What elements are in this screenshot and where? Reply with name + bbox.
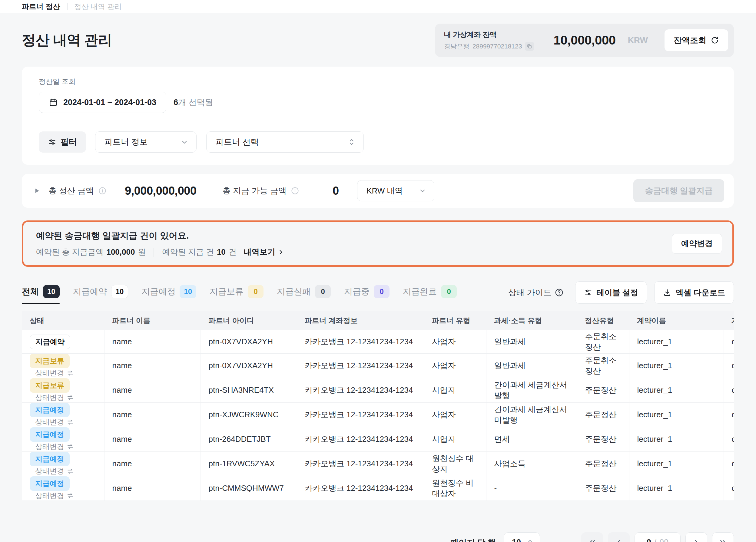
tab-payment-in-progress-count: 0	[374, 285, 390, 298]
status-change-button[interactable]: 상태변경	[35, 491, 74, 501]
table-header-row: 상태 파트너 이름 파트너 아이디 파트너 계좌정보 파트너 유형 과세·소득 …	[22, 311, 734, 330]
last-page-button[interactable]	[712, 532, 734, 542]
chevron-down-icon	[419, 187, 426, 194]
status-change-button[interactable]: 상태변경	[35, 417, 74, 427]
page-number-input[interactable]: 9 / 99	[635, 532, 681, 542]
cell-partner-account: 카카오뱅크 12-12341234-1234	[297, 330, 424, 353]
filter-button[interactable]: 필터	[39, 131, 86, 153]
tab-payment-hold[interactable]: 지급보류 0	[210, 285, 264, 304]
breadcrumb: 파트너 정산 정산 내역 관리	[0, 0, 756, 13]
view-details-link[interactable]: 내역보기	[244, 247, 284, 257]
status-guide-link[interactable]: 상태 가이드	[508, 287, 564, 298]
status-change-button[interactable]: 상태변경	[35, 393, 74, 402]
chevrons-right-icon	[719, 538, 727, 542]
swap-icon	[67, 492, 74, 499]
info-icon[interactable]	[291, 187, 299, 195]
status-change-button[interactable]: 상태변경	[35, 442, 74, 451]
virtual-account-balance-card: 내 가상계좌 잔액 경남은행 28999770218123 10,000,000…	[435, 24, 734, 57]
summary-divider	[209, 184, 209, 197]
tab-all[interactable]: 전체 10	[22, 285, 60, 304]
rows-per-page-label: 페이지 당 행	[450, 537, 496, 542]
table-settings-button[interactable]: 테이블 설정	[575, 281, 647, 304]
rows-per-page-value: 10	[512, 538, 521, 542]
status-change-button[interactable]: 상태변경	[35, 466, 74, 476]
balance-refresh-label: 잔액조회	[674, 35, 706, 46]
excel-download-button[interactable]: 엑셀 다운로드	[654, 281, 734, 304]
cell-contract-id: ctr-M	[724, 476, 734, 501]
first-page-button[interactable]	[581, 532, 603, 542]
cell-partner-name: name	[104, 427, 201, 451]
copy-account-button[interactable]	[525, 42, 534, 51]
cell-contract-name: lecturer_1	[629, 451, 724, 476]
cell-partner-name: name	[104, 353, 201, 378]
date-range-picker[interactable]: 2024-01-01 ~ 2024-01-03	[39, 92, 166, 113]
rows-per-page-select[interactable]: 10	[504, 532, 540, 542]
tab-payment-scheduled-count: 10	[180, 285, 196, 298]
cell-partner-name: name	[104, 330, 201, 353]
cell-partner-id: ptn-SHA3NRE4TX	[201, 378, 297, 402]
cell-contract-id: ctr-Z	[724, 427, 734, 451]
cell-partner-name: name	[104, 378, 201, 402]
selector-icon	[526, 539, 534, 542]
view-details-label: 내역보기	[244, 247, 275, 257]
bulk-transfer-button[interactable]: 송금대행 일괄지급	[633, 179, 724, 202]
tab-payment-complete[interactable]: 지급완료 0	[403, 285, 457, 304]
status-guide-label: 상태 가이드	[508, 287, 552, 298]
cell-partner-id: ptn-CMMSQHMWW7	[201, 476, 297, 501]
previous-page-button[interactable]	[608, 532, 630, 542]
expand-caret-icon[interactable]	[33, 187, 41, 195]
tab-payment-reserved[interactable]: 지급예약 10	[73, 285, 128, 304]
tab-payment-scheduled[interactable]: 지급예정 10	[141, 285, 196, 304]
partner-info-dropdown[interactable]: 파트너 정보	[95, 131, 197, 153]
sliders-icon	[584, 288, 592, 297]
excel-download-label: 엑셀 다운로드	[676, 287, 725, 298]
status-change-label: 상태변경	[35, 417, 64, 427]
table-row: 지급예정상태변경 name ptn-XJWCRK9WNC 카카오뱅크 12-12…	[22, 402, 734, 427]
cell-partner-account: 카카오뱅크 12-12341234-1234	[297, 451, 424, 476]
filter-icon	[48, 138, 56, 146]
change-reservation-button[interactable]: 예약변경	[672, 234, 722, 254]
cell-partner-id: ptn-1RVWC5ZYAX	[201, 451, 297, 476]
pagination: 페이지 당 행 10 9 / 99	[22, 532, 734, 542]
balance-refresh-button[interactable]: 잔액조회	[664, 29, 728, 51]
selected-count-number: 6	[174, 98, 178, 107]
refresh-icon	[711, 36, 719, 45]
tab-payment-failed-count: 0	[315, 285, 331, 298]
status-badge: 지급보류	[30, 378, 70, 393]
chevron-right-icon	[692, 538, 701, 542]
alert-divider	[154, 248, 154, 257]
reserved-transfer-alert: 예약된 송금대행 일괄지급 건이 있어요. 예약된 총 지급금액 100,000…	[22, 220, 734, 267]
breadcrumb-parent[interactable]: 파트너 정산	[22, 2, 60, 12]
status-change-button[interactable]: 상태변경	[35, 368, 74, 378]
table-row: 지급보류상태변경 name ptn-SHA3NRE4TX 카카오뱅크 12-12…	[22, 378, 734, 402]
filter-card: 정산일 조회 2024-01-01 ~ 2024-01-03 6개 선택됨	[22, 67, 734, 165]
reserved-count-label: 예약된 지급 건	[162, 247, 214, 257]
calendar-icon	[49, 98, 58, 107]
total-settlement-label: 총 정산 금액	[48, 185, 94, 196]
table-row: 지급예정상태변경 name ptn-264DDETJBT 카카오뱅크 12-12…	[22, 427, 734, 451]
cell-settlement-type: 주문정산	[577, 476, 629, 501]
selector-icon	[348, 138, 356, 146]
cell-partner-account: 카카오뱅크 12-12341234-1234	[297, 476, 424, 501]
cell-tax-type: -	[486, 476, 577, 501]
cell-partner-id: ptn-XJWCRK9WNC	[201, 402, 297, 427]
partner-select-dropdown[interactable]: 파트너 선택	[206, 131, 364, 153]
cell-partner-id: ptn-264DDETJBT	[201, 427, 297, 451]
tab-payment-failed[interactable]: 지급실패 0	[277, 285, 331, 304]
balance-amount: 10,000,000	[553, 33, 615, 48]
header-partner-account: 파트너 계좌정보	[297, 311, 424, 330]
info-icon[interactable]	[98, 187, 107, 195]
swap-icon	[67, 418, 74, 426]
status-change-label: 상태변경	[35, 491, 64, 501]
account-number: 28999770218123	[473, 43, 522, 50]
tab-payment-hold-count: 0	[248, 285, 264, 298]
selected-count-suffix: 개 선택됨	[178, 98, 213, 107]
currency-history-dropdown[interactable]: KRW 내역	[357, 180, 434, 201]
cell-contract-id: ctr-C	[724, 402, 734, 427]
status-change-label: 상태변경	[35, 442, 64, 451]
next-page-button[interactable]	[685, 532, 707, 542]
reserved-amount-unit: 원	[138, 247, 146, 257]
tab-payment-reserved-count: 10	[111, 285, 128, 298]
page-separator: /	[654, 538, 657, 542]
tab-payment-in-progress[interactable]: 지급중 0	[344, 285, 390, 304]
